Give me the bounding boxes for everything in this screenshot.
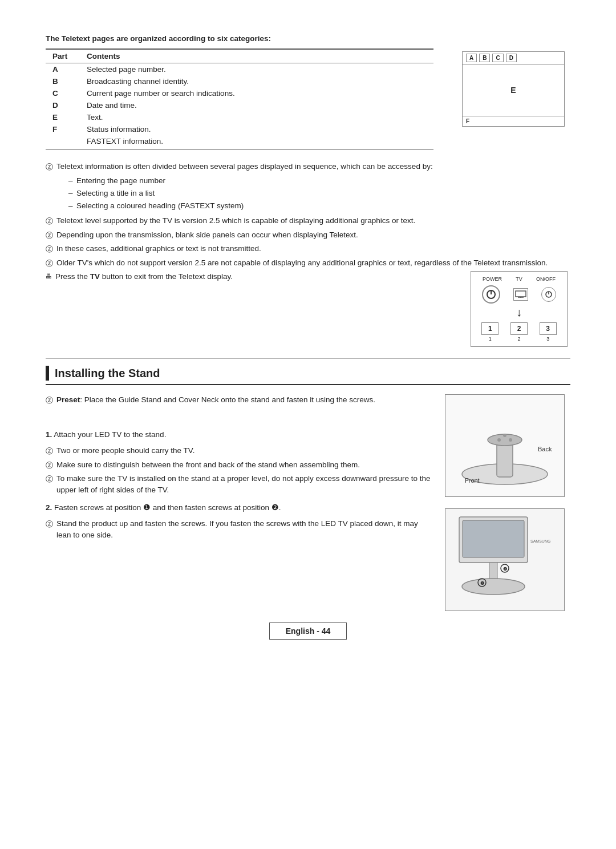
part-e: E: [46, 111, 80, 123]
remote-control-box: POWER TV ON/OFF: [471, 271, 568, 347]
tv-screen-area: E: [463, 64, 564, 116]
list-item: Entering the page number: [68, 175, 570, 187]
svg-text:❷: ❷: [503, 567, 507, 572]
label-c: C: [492, 54, 503, 62]
stand-svg-1: Back Front: [453, 400, 556, 491]
remote-number-labels: 1 2 3: [476, 336, 562, 342]
note-text-2: Teletext level supported by the TV is ve…: [56, 215, 570, 227]
step2-icon: ⓩ: [46, 519, 53, 530]
step1-note-3: ⓩ To make sure the TV is installed on th…: [46, 473, 433, 496]
remote-diagram: POWER TV ON/OFF: [468, 271, 570, 347]
tv-screen-diagram: A B C D E F: [462, 51, 565, 127]
stand-diagram-area: Back Front ❶: [445, 394, 570, 611]
footer-box: English - 44: [269, 622, 347, 640]
note-icon-6: 🖶: [46, 272, 52, 281]
remote-layout: 🖶 Press the TV button to exit from the T…: [46, 271, 570, 347]
step1-note-1: ⓩ Two or more people should carry the TV…: [46, 445, 433, 457]
remote-label-tv: TV: [516, 276, 522, 282]
tv-icon: [515, 290, 526, 298]
stand-text-area: ⓩ Preset: Place the Guide Stand and Cove…: [46, 394, 433, 611]
svg-text:❶: ❶: [480, 581, 484, 586]
contents-e: Text.: [80, 111, 433, 123]
svg-rect-16: [463, 520, 524, 557]
note-1: ⓩ Teletext information is often divided …: [46, 161, 570, 173]
table-row: B Broadcasting channel identity.: [46, 75, 433, 87]
note-text-1: Teletext information is often divided be…: [56, 161, 570, 172]
col-part: Part: [46, 49, 80, 63]
part-f: F: [46, 123, 80, 135]
list-item: Selecting a title in a list: [68, 188, 570, 199]
part-a: A: [46, 63, 80, 76]
table-row: D Date and time.: [46, 99, 433, 111]
note-4: ⓩ In these cases, additional graphics or…: [46, 243, 570, 255]
table-row: C Current page number or search indicati…: [46, 87, 433, 99]
step2-note: ⓩ Stand the product up and fasten the sc…: [46, 518, 433, 541]
label-b: B: [479, 54, 490, 62]
remote-top-labels: POWER TV ON/OFF: [476, 276, 562, 282]
page-content: The Teletext pages are organized accordi…: [0, 0, 616, 657]
part-blank: [46, 135, 80, 149]
stand-diagram-box-2: ❶ ❷ SAMSUNG: [445, 508, 565, 611]
table-bottom-border: [46, 149, 433, 149]
remote-btn-2[interactable]: 2: [510, 322, 528, 335]
step1-block: 1. Attach your LED TV to the stand. ⓩ Tw…: [46, 429, 433, 496]
svg-point-10: [497, 438, 501, 442]
note-icon-3: ⓩ: [46, 230, 53, 241]
table-row: F Status information.: [46, 123, 433, 135]
step-1: 1. Attach your LED TV to the stand.: [46, 429, 433, 440]
remote-onoff-button[interactable]: [541, 287, 556, 302]
remote-button-row: [476, 285, 562, 304]
svg-text:Back: Back: [538, 446, 552, 452]
part-d: D: [46, 99, 80, 111]
bullet-list: Entering the page number Selecting a tit…: [68, 175, 570, 212]
stand-svg-2: ❶ ❷ SAMSUNG: [448, 511, 562, 608]
tv-bottom-bar: F: [463, 116, 564, 126]
contents-a: Selected page number.: [80, 63, 433, 76]
note-2: ⓩ Teletext level supported by the TV is …: [46, 215, 570, 227]
remote-label-power: POWER: [483, 276, 502, 282]
parts-table-section: Part Contents A Selected page number. B …: [46, 48, 433, 149]
note-icon-4: ⓩ: [46, 244, 53, 255]
list-item: Selecting a coloured heading (FASTEXT sy…: [68, 200, 570, 212]
table-diagram-layout: Part Contents A Selected page number. B …: [46, 48, 570, 149]
svg-point-11: [509, 438, 512, 442]
step-2: 2. Fasten screws at position ❶ and then …: [46, 502, 433, 514]
tv-top-bar: A B C D: [463, 52, 564, 64]
note-text-5: Older TV's which do not support version …: [56, 257, 570, 269]
remote-number-row: 1 2 3: [476, 322, 562, 335]
onoff-icon: [545, 290, 553, 298]
section-divider: [46, 358, 570, 359]
note-text-4: In these cases, additional graphics or t…: [56, 243, 570, 254]
remote-num-label-3: 3: [546, 336, 549, 342]
step-2-number: 2.: [46, 503, 52, 512]
power-icon: [486, 289, 496, 300]
svg-rect-2: [516, 291, 526, 297]
table-row: A Selected page number.: [46, 63, 433, 76]
step1-icon-3: ⓩ: [46, 474, 53, 485]
remote-btn-1[interactable]: 1: [481, 322, 499, 335]
svg-text:SAMSUNG: SAMSUNG: [530, 539, 550, 543]
remote-btn-3[interactable]: 3: [540, 322, 557, 335]
note-icon-2: ⓩ: [46, 216, 53, 227]
note-text-6: Press the TV button to exit from the Tel…: [55, 271, 451, 282]
notes-section: ⓩ Teletext information is often divided …: [46, 161, 570, 347]
contents-fastext: FASTEXT information.: [80, 135, 433, 149]
remote-text-area: 🖶 Press the TV button to exit from the T…: [46, 271, 451, 285]
footer: English - 44: [0, 622, 616, 640]
note-6: 🖶 Press the TV button to exit from the T…: [46, 271, 451, 282]
col-contents: Contents: [80, 49, 433, 63]
note-3: ⓩ Depending upon the transmission, blank…: [46, 229, 570, 241]
remote-tv-button[interactable]: [513, 288, 528, 301]
note-icon-1: ⓩ: [46, 161, 53, 173]
preset-note: ⓩ Preset: Place the Guide Stand and Cove…: [46, 394, 433, 406]
table-row: E Text.: [46, 111, 433, 123]
remote-power-button[interactable]: [482, 285, 500, 304]
contents-b: Broadcasting channel identity.: [80, 75, 433, 87]
note-5: ⓩ Older TV's which do not support versio…: [46, 257, 570, 269]
section-bar-icon: [46, 366, 49, 381]
svg-text:Front: Front: [465, 477, 480, 484]
preset-note-icon: ⓩ: [46, 395, 53, 406]
contents-d: Date and time.: [80, 99, 433, 111]
remote-num-label-2: 2: [517, 336, 520, 342]
part-c: C: [46, 87, 80, 99]
